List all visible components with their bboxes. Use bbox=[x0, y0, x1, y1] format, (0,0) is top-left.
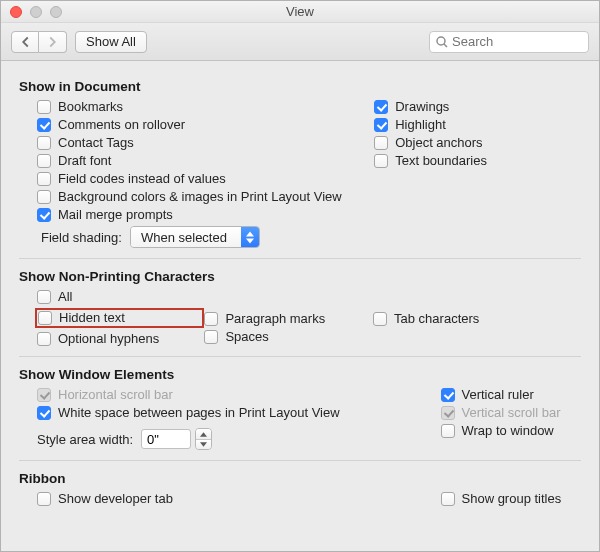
checkbox-hidden-text[interactable]: Hidden text bbox=[38, 311, 125, 325]
section-ribbon: Ribbon bbox=[19, 471, 581, 486]
nav-segment bbox=[11, 31, 67, 53]
section-window-elements: Show Window Elements bbox=[19, 367, 581, 382]
checkbox-horizontal-scroll: Horizontal scroll bar bbox=[37, 388, 441, 402]
search-icon bbox=[436, 36, 448, 48]
style-area-width-stepper[interactable] bbox=[141, 428, 212, 450]
field-shading-select[interactable]: When selected bbox=[130, 226, 260, 248]
checkbox-optional-hyphens[interactable]: Optional hyphens bbox=[37, 332, 204, 346]
field-shading-value: When selected bbox=[131, 227, 241, 247]
show-all-button[interactable]: Show All bbox=[75, 31, 147, 53]
checkbox-field-codes[interactable]: Field codes instead of values bbox=[37, 172, 356, 186]
checkbox-wrap-to-window[interactable]: Wrap to window bbox=[441, 424, 582, 438]
checkbox-text-boundaries[interactable]: Text boundaries bbox=[374, 154, 581, 168]
section-non-printing: Show Non-Printing Characters bbox=[19, 269, 581, 284]
field-shading-label: Field shading: bbox=[41, 230, 122, 245]
checkbox-vertical-ruler[interactable]: Vertical ruler bbox=[441, 388, 582, 402]
window-title: View bbox=[1, 4, 599, 19]
checkbox-white-space[interactable]: White space between pages in Print Layou… bbox=[37, 406, 441, 420]
checkbox-all[interactable]: All bbox=[37, 290, 204, 304]
style-area-width-label: Style area width: bbox=[37, 432, 133, 447]
select-arrows-icon bbox=[241, 227, 259, 247]
search-field[interactable] bbox=[429, 31, 589, 53]
annotation-highlight: Hidden text bbox=[35, 308, 204, 328]
toolbar: Show All bbox=[1, 23, 599, 61]
checkbox-object-anchors[interactable]: Object anchors bbox=[374, 136, 581, 150]
checkbox-tab-characters[interactable]: Tab characters bbox=[373, 312, 581, 326]
search-input[interactable] bbox=[452, 34, 572, 49]
checkbox-bg-colors[interactable]: Background colors & images in Print Layo… bbox=[37, 190, 356, 204]
stepper-up[interactable] bbox=[196, 429, 211, 439]
checkbox-developer-tab[interactable]: Show developer tab bbox=[37, 492, 441, 506]
checkbox-mail-merge[interactable]: Mail merge prompts bbox=[37, 208, 356, 222]
checkbox-comments-rollover[interactable]: Comments on rollover bbox=[37, 118, 356, 132]
forward-button[interactable] bbox=[39, 31, 67, 53]
checkbox-bookmarks[interactable]: Bookmarks bbox=[37, 100, 356, 114]
checkbox-paragraph-marks[interactable]: Paragraph marks bbox=[204, 312, 373, 326]
chevron-left-icon bbox=[21, 36, 30, 48]
titlebar: View bbox=[1, 1, 599, 23]
back-button[interactable] bbox=[11, 31, 39, 53]
checkbox-vertical-scroll: Vertical scroll bar bbox=[441, 406, 582, 420]
checkbox-draft-font[interactable]: Draft font bbox=[37, 154, 356, 168]
checkbox-highlight[interactable]: Highlight bbox=[374, 118, 581, 132]
chevron-right-icon bbox=[48, 36, 57, 48]
checkbox-spaces[interactable]: Spaces bbox=[204, 330, 373, 344]
checkbox-drawings[interactable]: Drawings bbox=[374, 100, 581, 114]
show-all-label: Show All bbox=[86, 34, 136, 49]
checkbox-group-titles[interactable]: Show group titles bbox=[441, 492, 582, 506]
stepper-down[interactable] bbox=[196, 439, 211, 449]
section-show-in-document: Show in Document bbox=[19, 79, 581, 94]
checkbox-contact-tags[interactable]: Contact Tags bbox=[37, 136, 356, 150]
style-area-width-input[interactable] bbox=[141, 429, 191, 449]
